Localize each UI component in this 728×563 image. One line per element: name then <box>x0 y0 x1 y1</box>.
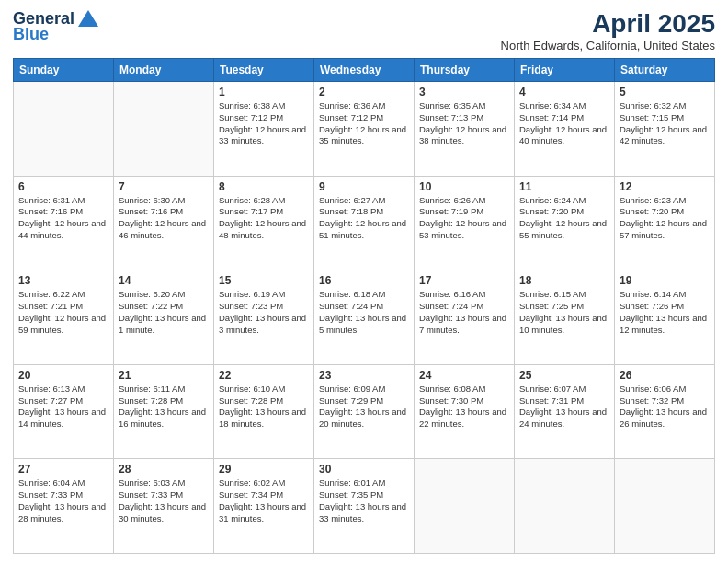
day-number: 2 <box>319 86 409 98</box>
header-sunday: Sunday <box>14 59 114 82</box>
day-info: Sunrise: 6:34 AM Sunset: 7:14 PM Dayligh… <box>519 100 609 147</box>
day-number: 13 <box>18 274 108 287</box>
calendar-subtitle: North Edwards, California, United States <box>501 39 715 52</box>
day-number: 26 <box>620 369 710 382</box>
table-row: 6Sunrise: 6:31 AM Sunset: 7:16 PM Daylig… <box>14 176 114 270</box>
day-info: Sunrise: 6:08 AM Sunset: 7:30 PM Dayligh… <box>419 384 509 431</box>
table-row: 15Sunrise: 6:19 AM Sunset: 7:23 PM Dayli… <box>214 270 314 365</box>
day-info: Sunrise: 6:01 AM Sunset: 7:35 PM Dayligh… <box>319 477 409 524</box>
day-info: Sunrise: 6:31 AM Sunset: 7:16 PM Dayligh… <box>18 195 108 242</box>
table-row: 16Sunrise: 6:18 AM Sunset: 7:24 PM Dayli… <box>314 270 415 365</box>
day-info: Sunrise: 6:26 AM Sunset: 7:19 PM Dayligh… <box>419 195 509 242</box>
header-tuesday: Tuesday <box>214 59 314 82</box>
table-row: 12Sunrise: 6:23 AM Sunset: 7:20 PM Dayli… <box>615 176 715 270</box>
table-row: 19Sunrise: 6:14 AM Sunset: 7:26 PM Dayli… <box>615 270 715 365</box>
day-number: 27 <box>18 463 108 476</box>
table-row: 22Sunrise: 6:10 AM Sunset: 7:28 PM Dayli… <box>214 364 314 459</box>
day-number: 4 <box>519 86 609 98</box>
table-row: 5Sunrise: 6:32 AM Sunset: 7:15 PM Daylig… <box>615 82 715 177</box>
table-row: 21Sunrise: 6:11 AM Sunset: 7:28 PM Dayli… <box>114 364 214 459</box>
table-row: 4Sunrise: 6:34 AM Sunset: 7:14 PM Daylig… <box>515 82 615 177</box>
day-number: 17 <box>419 274 509 287</box>
table-row: 29Sunrise: 6:02 AM Sunset: 7:34 PM Dayli… <box>214 459 314 554</box>
day-number: 16 <box>319 274 409 287</box>
calendar-header-row: Sunday Monday Tuesday Wednesday Thursday… <box>14 59 715 82</box>
day-number: 3 <box>419 86 509 98</box>
day-info: Sunrise: 6:07 AM Sunset: 7:31 PM Dayligh… <box>519 384 609 431</box>
table-row: 30Sunrise: 6:01 AM Sunset: 7:35 PM Dayli… <box>314 459 415 554</box>
table-row: 14Sunrise: 6:20 AM Sunset: 7:22 PM Dayli… <box>114 270 214 365</box>
day-number: 10 <box>419 180 509 193</box>
day-info: Sunrise: 6:11 AM Sunset: 7:28 PM Dayligh… <box>119 384 209 431</box>
table-row: 11Sunrise: 6:24 AM Sunset: 7:20 PM Dayli… <box>515 176 615 270</box>
day-number: 19 <box>620 274 710 287</box>
day-number: 8 <box>219 180 309 193</box>
table-row <box>14 82 114 177</box>
day-info: Sunrise: 6:32 AM Sunset: 7:15 PM Dayligh… <box>620 100 710 147</box>
day-info: Sunrise: 6:03 AM Sunset: 7:33 PM Dayligh… <box>119 477 209 524</box>
day-number: 12 <box>620 180 710 193</box>
day-info: Sunrise: 6:24 AM Sunset: 7:20 PM Dayligh… <box>519 195 609 242</box>
table-row <box>114 82 214 177</box>
header-thursday: Thursday <box>415 59 515 82</box>
table-row: 23Sunrise: 6:09 AM Sunset: 7:29 PM Dayli… <box>314 364 415 459</box>
calendar-week-row: 1Sunrise: 6:38 AM Sunset: 7:12 PM Daylig… <box>14 82 715 177</box>
table-row: 26Sunrise: 6:06 AM Sunset: 7:32 PM Dayli… <box>615 364 715 459</box>
title-area: April 2025 North Edwards, California, Un… <box>501 9 715 52</box>
day-info: Sunrise: 6:15 AM Sunset: 7:25 PM Dayligh… <box>519 289 609 336</box>
calendar-week-row: 27Sunrise: 6:04 AM Sunset: 7:33 PM Dayli… <box>14 459 715 554</box>
day-number: 24 <box>419 369 509 382</box>
table-row: 24Sunrise: 6:08 AM Sunset: 7:30 PM Dayli… <box>415 364 515 459</box>
day-info: Sunrise: 6:18 AM Sunset: 7:24 PM Dayligh… <box>319 289 409 336</box>
day-info: Sunrise: 6:14 AM Sunset: 7:26 PM Dayligh… <box>620 289 710 336</box>
table-row: 27Sunrise: 6:04 AM Sunset: 7:33 PM Dayli… <box>14 459 114 554</box>
day-number: 15 <box>219 274 309 287</box>
day-info: Sunrise: 6:27 AM Sunset: 7:18 PM Dayligh… <box>319 195 409 242</box>
day-number: 18 <box>519 274 609 287</box>
day-info: Sunrise: 6:19 AM Sunset: 7:23 PM Dayligh… <box>219 289 309 336</box>
table-row: 2Sunrise: 6:36 AM Sunset: 7:12 PM Daylig… <box>314 82 415 177</box>
day-number: 21 <box>119 369 209 382</box>
day-number: 30 <box>319 463 409 476</box>
day-number: 9 <box>319 180 409 193</box>
day-info: Sunrise: 6:23 AM Sunset: 7:20 PM Dayligh… <box>620 195 710 242</box>
calendar-week-row: 20Sunrise: 6:13 AM Sunset: 7:27 PM Dayli… <box>14 364 715 459</box>
table-row: 18Sunrise: 6:15 AM Sunset: 7:25 PM Dayli… <box>515 270 615 365</box>
day-number: 7 <box>119 180 209 193</box>
day-info: Sunrise: 6:36 AM Sunset: 7:12 PM Dayligh… <box>319 100 409 147</box>
day-number: 22 <box>219 369 309 382</box>
table-row: 10Sunrise: 6:26 AM Sunset: 7:19 PM Dayli… <box>415 176 515 270</box>
day-info: Sunrise: 6:35 AM Sunset: 7:13 PM Dayligh… <box>419 100 509 147</box>
table-row <box>615 459 715 554</box>
table-row: 7Sunrise: 6:30 AM Sunset: 7:16 PM Daylig… <box>114 176 214 270</box>
header-saturday: Saturday <box>615 59 715 82</box>
day-info: Sunrise: 6:04 AM Sunset: 7:33 PM Dayligh… <box>18 477 108 524</box>
day-number: 5 <box>620 86 710 98</box>
table-row: 28Sunrise: 6:03 AM Sunset: 7:33 PM Dayli… <box>114 459 214 554</box>
day-number: 23 <box>319 369 409 382</box>
day-info: Sunrise: 6:20 AM Sunset: 7:22 PM Dayligh… <box>119 289 209 336</box>
calendar-table: Sunday Monday Tuesday Wednesday Thursday… <box>13 58 715 554</box>
svg-marker-0 <box>78 10 98 27</box>
day-info: Sunrise: 6:09 AM Sunset: 7:29 PM Dayligh… <box>319 384 409 431</box>
day-number: 28 <box>119 463 209 476</box>
day-number: 6 <box>18 180 108 193</box>
table-row: 25Sunrise: 6:07 AM Sunset: 7:31 PM Dayli… <box>515 364 615 459</box>
table-row: 8Sunrise: 6:28 AM Sunset: 7:17 PM Daylig… <box>214 176 314 270</box>
day-number: 25 <box>519 369 609 382</box>
day-number: 14 <box>119 274 209 287</box>
header-friday: Friday <box>515 59 615 82</box>
day-info: Sunrise: 6:22 AM Sunset: 7:21 PM Dayligh… <box>18 289 108 336</box>
calendar-week-row: 6Sunrise: 6:31 AM Sunset: 7:16 PM Daylig… <box>14 176 715 270</box>
day-info: Sunrise: 6:28 AM Sunset: 7:17 PM Dayligh… <box>219 195 309 242</box>
day-info: Sunrise: 6:06 AM Sunset: 7:32 PM Dayligh… <box>620 384 710 431</box>
header-wednesday: Wednesday <box>314 59 415 82</box>
day-info: Sunrise: 6:10 AM Sunset: 7:28 PM Dayligh… <box>219 384 309 431</box>
day-number: 1 <box>219 86 309 98</box>
table-row: 9Sunrise: 6:27 AM Sunset: 7:18 PM Daylig… <box>314 176 415 270</box>
page: General Blue April 2025 North Edwards, C… <box>0 0 728 563</box>
header-monday: Monday <box>114 59 214 82</box>
day-info: Sunrise: 6:30 AM Sunset: 7:16 PM Dayligh… <box>119 195 209 242</box>
logo-blue: Blue <box>13 25 49 44</box>
table-row: 3Sunrise: 6:35 AM Sunset: 7:13 PM Daylig… <box>415 82 515 177</box>
